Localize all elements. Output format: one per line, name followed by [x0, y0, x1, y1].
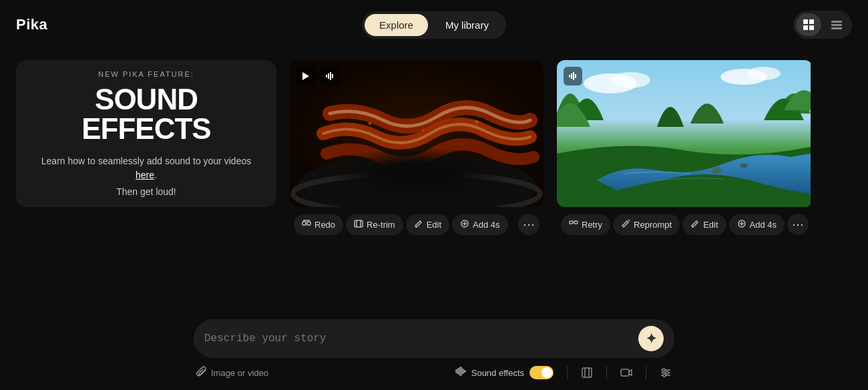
library-tab[interactable]: My library — [431, 14, 503, 36]
svg-point-52 — [666, 371, 668, 374]
explore-tab[interactable]: Explore — [365, 14, 428, 36]
video2-add4s-button[interactable]: Add 4s — [729, 214, 785, 235]
promo-subtitle: NEW PIKA FEATURE: — [98, 70, 194, 78]
video1-actions: Redo Re-trim — [290, 207, 544, 239]
grid-view-button[interactable] — [796, 13, 821, 36]
svg-rect-35 — [575, 74, 576, 78]
video2-actions: Retry Reprompt — [557, 207, 813, 239]
camera-button[interactable] — [620, 367, 632, 379]
video2-edit-button[interactable]: Edit — [682, 214, 726, 235]
sound-effects-group: Sound effects — [455, 366, 554, 379]
sound-effects-icon — [455, 366, 466, 379]
svg-point-10 — [423, 130, 425, 132]
svg-rect-14 — [326, 75, 327, 77]
svg-rect-33 — [571, 73, 572, 79]
redo-button[interactable]: Redo — [294, 214, 343, 235]
divider-1 — [567, 366, 568, 379]
promo-description: Learn how to seamlessly add sound to you… — [35, 154, 258, 182]
divider-3 — [646, 366, 646, 379]
svg-rect-32 — [569, 75, 570, 77]
svg-rect-34 — [573, 72, 574, 80]
svg-rect-20 — [355, 220, 363, 227]
divider-2 — [606, 366, 607, 379]
retrim-button[interactable]: Re-trim — [346, 214, 403, 235]
bottom-bar: ✦ Image or video Sound effects — [0, 311, 868, 390]
promo-link[interactable]: here — [136, 170, 154, 180]
reprompt-icon — [621, 219, 630, 230]
svg-rect-17 — [332, 74, 333, 78]
video2-overlay-icons — [564, 67, 582, 85]
svg-rect-41 — [456, 370, 457, 373]
prompt-container: ✦ — [194, 319, 674, 358]
nav-tabs: Explore My library — [362, 11, 506, 39]
video-card-2: Retry Reprompt — [557, 60, 813, 239]
retry-icon — [569, 219, 578, 230]
svg-rect-43 — [460, 367, 461, 375]
view-toggles — [793, 11, 852, 39]
svg-point-51 — [662, 369, 665, 371]
video2-edit-icon — [690, 219, 700, 230]
video1-edit-button[interactable]: Edit — [406, 214, 449, 235]
svg-rect-37 — [574, 221, 578, 224]
video1-sound-icon — [320, 67, 339, 85]
svg-rect-6 — [831, 27, 842, 29]
svg-marker-13 — [302, 72, 309, 80]
svg-point-27 — [610, 72, 650, 88]
svg-rect-42 — [458, 369, 459, 374]
svg-rect-44 — [462, 369, 463, 373]
svg-rect-15 — [328, 73, 329, 79]
retry-button[interactable]: Retry — [561, 214, 610, 235]
attach-label: Image or video — [211, 368, 268, 378]
svg-point-53 — [663, 374, 666, 377]
svg-rect-45 — [464, 371, 465, 372]
svg-rect-0 — [803, 19, 808, 24]
edit-icon — [414, 219, 423, 230]
reprompt-button[interactable]: Reprompt — [613, 214, 680, 235]
svg-point-8 — [296, 154, 537, 207]
video1-play-icon — [296, 67, 315, 85]
settings-button[interactable] — [660, 367, 672, 379]
svg-rect-19 — [307, 222, 310, 225]
svg-point-30 — [712, 167, 722, 174]
svg-rect-46 — [582, 368, 592, 377]
video-thumbnail-2 — [557, 60, 811, 207]
svg-rect-2 — [803, 25, 808, 30]
svg-rect-1 — [809, 19, 814, 24]
svg-rect-36 — [570, 221, 573, 224]
attach-icon — [196, 366, 207, 379]
video1-add4s-button[interactable]: Add 4s — [452, 214, 507, 235]
expand-button[interactable] — [581, 367, 593, 379]
prompt-input[interactable] — [204, 333, 638, 345]
promo-card: NEW PIKA FEATURE: SOUND EFFECTS Learn ho… — [16, 60, 276, 207]
svg-point-29 — [747, 67, 781, 80]
svg-point-9 — [369, 122, 371, 125]
header: Pika Explore My library — [0, 0, 868, 49]
video1-overlay-icons — [296, 67, 339, 85]
svg-rect-16 — [330, 72, 331, 80]
video1-more-button[interactable]: ⋯ — [518, 214, 539, 235]
svg-rect-3 — [809, 25, 814, 30]
video2-more-button[interactable]: ⋯ — [787, 214, 809, 235]
svg-line-38 — [628, 220, 630, 221]
redo-icon — [302, 219, 311, 230]
sound-effects-toggle[interactable] — [529, 366, 554, 379]
svg-rect-4 — [831, 21, 842, 23]
video2-sound-icon — [564, 67, 582, 85]
video2-add4s-icon — [737, 219, 746, 230]
svg-point-31 — [740, 163, 748, 168]
promo-title: SOUND EFFECTS — [35, 85, 258, 144]
bottom-tools: Image or video Sound effects — [194, 366, 674, 379]
prompt-submit-button[interactable]: ✦ — [638, 326, 664, 351]
svg-rect-18 — [302, 222, 306, 225]
add4s-icon — [460, 219, 469, 230]
video-card-1: Redo Re-trim — [290, 60, 544, 239]
promo-tagline: Then get loud! — [116, 186, 176, 197]
videos-row: Redo Re-trim — [290, 60, 813, 239]
svg-rect-47 — [621, 369, 629, 376]
list-view-button[interactable] — [824, 13, 849, 36]
attach-button[interactable]: Image or video — [196, 366, 268, 379]
app-logo: Pika — [16, 16, 47, 33]
svg-point-11 — [475, 120, 478, 123]
svg-rect-5 — [831, 24, 842, 26]
retrim-icon — [354, 219, 363, 230]
